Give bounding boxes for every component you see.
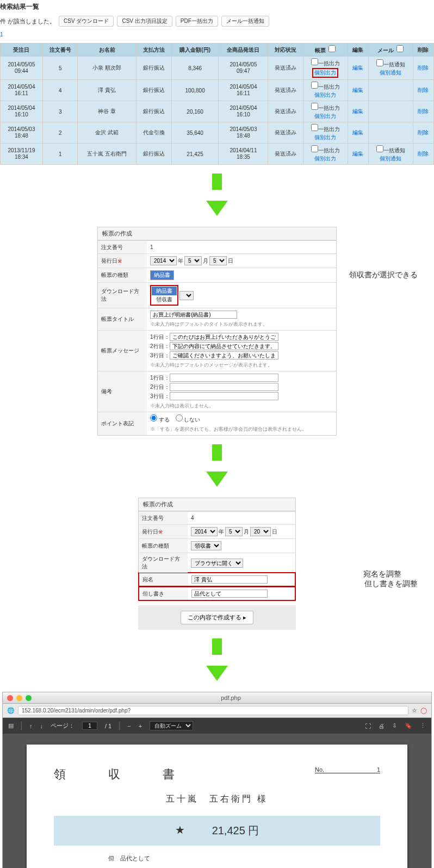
remark-1-input[interactable] bbox=[170, 374, 278, 382]
remark-3-input[interactable] bbox=[170, 392, 278, 400]
ikkatsu-output-checkbox[interactable]: 一括出力 bbox=[311, 82, 340, 91]
msg-line2-input[interactable] bbox=[170, 342, 278, 350]
title-note: ※未入力時はデフォルトのタイトルが表示されます。 bbox=[150, 321, 268, 328]
point-note: ※「する」を選択されても、お客様が非会員の場合は表示されません。 bbox=[150, 426, 307, 433]
receipt-number: No.1 bbox=[315, 766, 380, 773]
edit-link[interactable]: 編集 bbox=[352, 129, 363, 135]
download-secondary-select[interactable] bbox=[179, 291, 194, 300]
edit-link[interactable]: 編集 bbox=[352, 87, 363, 93]
minimize-window-icon[interactable] bbox=[16, 695, 22, 701]
ikkatsu-output-checkbox[interactable]: 一括出力 bbox=[311, 58, 340, 67]
csv-config-button[interactable]: CSV 出力項目設定 bbox=[117, 16, 172, 27]
delete-link[interactable]: 削除 bbox=[418, 151, 429, 157]
report-type-select[interactable]: 納品書 bbox=[150, 270, 174, 280]
tools-icon[interactable]: ⋮ bbox=[420, 722, 426, 729]
pdf-toolbar: ▤ ↑ ↓ ページ： / 1 − + 自動ズーム ⛶ 🖨 ⇩ 🔖 ⋮ bbox=[3, 718, 431, 734]
url-input[interactable]: 152.168.0.20/ecm2131/admin/order/pdf.php… bbox=[18, 706, 408, 715]
print-icon[interactable]: 🖨 bbox=[379, 723, 385, 729]
kobetsu-notice-link[interactable]: 個別通知 bbox=[380, 69, 401, 77]
day-select[interactable]: 5 bbox=[209, 256, 227, 265]
kobetsu-output-link[interactable]: 個別出力 bbox=[314, 91, 336, 99]
table-row: 2013/11/1918:341五十嵐 五右衛門銀行振込21,4252014/0… bbox=[1, 144, 434, 165]
edit-link[interactable]: 編集 bbox=[352, 151, 363, 157]
edit-link[interactable]: 編集 bbox=[352, 65, 363, 71]
year-select[interactable]: 2014 bbox=[150, 256, 177, 265]
edit-link[interactable]: 編集 bbox=[352, 108, 363, 114]
f2-dl-select[interactable]: ブラウザに開く bbox=[191, 559, 243, 568]
page-down-icon[interactable]: ↓ bbox=[40, 723, 44, 729]
zoom-out-icon[interactable]: − bbox=[127, 723, 131, 729]
mail-batch-button[interactable]: メール一括通知 bbox=[221, 16, 269, 27]
kobetsu-output-link[interactable]: 個別出力 bbox=[314, 134, 336, 141]
col-header: お名前 bbox=[78, 44, 137, 57]
table-row: 2014/05/0416:114澤 貴弘銀行振込100,8002014/05/0… bbox=[1, 80, 434, 101]
page-up-icon[interactable]: ↑ bbox=[29, 723, 33, 729]
point-no-radio[interactable]: しない bbox=[176, 417, 201, 423]
f2-issue-date-label: 発行日※ bbox=[139, 525, 188, 538]
zoom-select[interactable]: 自動ズーム bbox=[150, 721, 193, 730]
atena-input[interactable] bbox=[191, 575, 268, 584]
page-1-link[interactable]: 1 bbox=[0, 32, 3, 38]
col-header: メール bbox=[368, 44, 413, 57]
kobetsu-output-link[interactable]: 個別出力 bbox=[314, 113, 336, 120]
receipt-amount-box: ★21,425 円 bbox=[54, 816, 380, 846]
col-header: 編集 bbox=[348, 44, 368, 57]
f2-type-select[interactable]: 領収書 bbox=[191, 541, 221, 550]
col-header: 支払方法 bbox=[137, 44, 172, 57]
msg-note: ※未入力時はデフォルトのメッセージが表示されます。 bbox=[150, 362, 272, 369]
circle-arrow-icon: ▸ bbox=[243, 614, 246, 621]
maximize-window-icon[interactable] bbox=[26, 695, 32, 701]
table-row: 2014/05/0416:103神谷 章銀行振込20,1602014/05/04… bbox=[1, 101, 434, 122]
arrow-down-icon bbox=[206, 173, 228, 216]
point-yes-radio[interactable]: する bbox=[150, 417, 170, 423]
f2-year-select[interactable]: 2014 bbox=[191, 527, 218, 536]
remark-label: 備考 bbox=[98, 371, 147, 412]
delete-link[interactable]: 削除 bbox=[418, 129, 429, 135]
col-header: 受注日 bbox=[1, 44, 43, 57]
month-select[interactable]: 5 bbox=[184, 256, 202, 265]
download-dropdown[interactable]: 納品書 領収書 bbox=[150, 285, 178, 306]
col-header: 対応状況 bbox=[268, 44, 303, 57]
create-submit-button[interactable]: この内容で作成する ▸ bbox=[181, 611, 253, 624]
delete-link[interactable]: 削除 bbox=[418, 108, 429, 114]
bookmark-pdf-icon[interactable]: 🔖 bbox=[405, 722, 412, 729]
count-line: 件 が該当しました。 bbox=[0, 17, 55, 26]
annotation-atena: 宛名を調整 bbox=[363, 569, 401, 579]
msg-line1-input[interactable] bbox=[170, 333, 278, 341]
ikkatsu-output-checkbox[interactable]: 一括出力 bbox=[311, 145, 340, 154]
zoom-in-icon[interactable]: + bbox=[139, 723, 142, 729]
delete-link[interactable]: 削除 bbox=[418, 87, 429, 93]
report-title-input[interactable] bbox=[150, 311, 237, 319]
delete-link[interactable]: 削除 bbox=[418, 65, 429, 71]
kobetsu-output-link[interactable]: 個別出力 bbox=[312, 68, 338, 78]
arrow-down-icon bbox=[206, 638, 228, 681]
download-icon[interactable]: ⇩ bbox=[392, 722, 397, 729]
ikkatsu-notice-checkbox[interactable]: 一括通知 bbox=[376, 59, 405, 69]
receipt-tadashi: 但 品代として bbox=[108, 854, 380, 863]
form1-title: 帳票の作成 bbox=[98, 227, 336, 240]
ikkatsu-notice-checkbox[interactable]: 一括通知 bbox=[376, 145, 405, 154]
remark-2-input[interactable] bbox=[170, 383, 278, 391]
close-window-icon[interactable] bbox=[7, 695, 13, 701]
msg-line3-input[interactable] bbox=[170, 351, 278, 359]
csv-download-button[interactable]: CSV ダウンロード bbox=[59, 16, 114, 27]
pdf-batch-button[interactable]: PDF一括出力 bbox=[176, 16, 218, 27]
kobetsu-notice-link[interactable]: 個別通知 bbox=[380, 155, 401, 163]
fullscreen-icon[interactable]: ⛶ bbox=[365, 723, 371, 729]
tadashi-input[interactable] bbox=[191, 590, 268, 598]
batch-report-checkbox[interactable] bbox=[328, 45, 336, 52]
col-header: 帳票 bbox=[303, 44, 348, 57]
ikkatsu-output-checkbox[interactable]: 一括出力 bbox=[311, 124, 340, 133]
kobetsu-output-link[interactable]: 個別出力 bbox=[314, 155, 336, 163]
form2-title: 帳票の作成 bbox=[139, 498, 295, 511]
sidebar-toggle-icon[interactable]: ▤ bbox=[8, 722, 14, 729]
ikkatsu-output-checkbox[interactable]: 一括出力 bbox=[311, 103, 340, 112]
f2-dl-label: ダウンロード方法 bbox=[139, 553, 188, 573]
f2-day-select[interactable]: 20 bbox=[250, 527, 271, 536]
batch-mail-checkbox[interactable] bbox=[396, 45, 404, 52]
point-label: ポイント表記 bbox=[98, 412, 147, 435]
page-number-input[interactable] bbox=[82, 722, 97, 730]
f2-month-select[interactable]: 5 bbox=[225, 527, 243, 536]
result-table: 受注日注文番号お名前支払方法購入金額(円)全商品発送日対応状況帳票 編集メール … bbox=[0, 43, 434, 165]
bookmark-icon[interactable]: ☆ bbox=[412, 707, 417, 714]
